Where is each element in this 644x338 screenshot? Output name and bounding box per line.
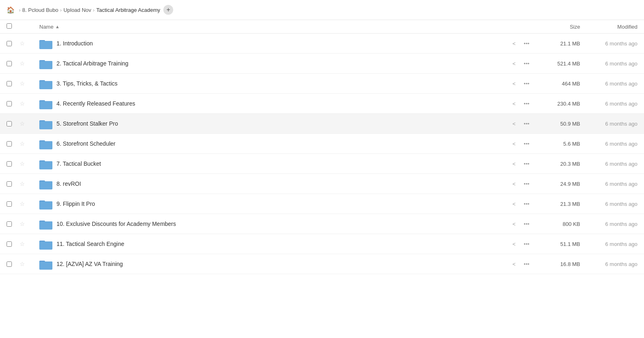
svg-rect-20 (39, 161, 52, 169)
star-icon[interactable]: ☆ (20, 40, 25, 47)
star-icon[interactable]: ☆ (20, 120, 25, 127)
more-options-icon[interactable]: ••• (522, 260, 531, 268)
more-options-icon[interactable]: ••• (522, 180, 531, 188)
star-icon[interactable]: ☆ (20, 160, 25, 167)
table-row[interactable]: ☆ 11. Tactical Search Engine < ••• 51.1 … (0, 234, 644, 254)
share-icon[interactable]: < (511, 80, 517, 88)
star-icon[interactable]: ☆ (20, 201, 25, 207)
row-checkbox-2[interactable] (7, 61, 12, 66)
more-options-icon[interactable]: ••• (522, 80, 531, 88)
svg-rect-11 (39, 101, 52, 108)
table-row[interactable]: ☆ 9. Flippin It Pro < ••• 21.3 MB 6 mont… (0, 194, 644, 214)
share-icon[interactable]: < (511, 140, 517, 148)
size-column-header: Size (531, 24, 580, 30)
star-icon[interactable]: ☆ (20, 180, 25, 187)
svg-rect-5 (39, 61, 52, 68)
row-checkbox-9[interactable] (7, 201, 12, 207)
file-name: 9. Flippin It Pro (56, 201, 95, 207)
share-icon[interactable]: < (511, 200, 517, 208)
share-icon[interactable]: < (511, 260, 517, 268)
table-row[interactable]: ☆ 1. Introduction < ••• 21.1 MB 6 months… (0, 34, 644, 54)
table-row[interactable]: ☆ 5. Storefront Stalker Pro < ••• 50.9 M… (0, 114, 644, 134)
star-icon[interactable]: ☆ (20, 80, 25, 87)
share-icon[interactable]: < (511, 60, 517, 68)
breadcrumb-item-upload[interactable]: Upload Nov (63, 7, 91, 13)
table-row[interactable]: ☆ 10. Exclusive Discounts for Academy Me… (0, 214, 644, 234)
file-name: 3. Tips, Tricks, & Tactics (56, 80, 118, 87)
folder-icon (39, 198, 52, 210)
file-size: 51.1 MB (531, 241, 580, 247)
folder-icon (39, 258, 52, 270)
table-row[interactable]: ☆ 2. Tactical Arbitrage Training < ••• 5… (0, 54, 644, 74)
folder-icon (39, 218, 52, 230)
row-checkbox-5[interactable] (7, 121, 12, 126)
more-options-icon[interactable]: ••• (522, 240, 531, 248)
select-all-checkbox[interactable] (7, 23, 12, 29)
row-checkbox-6[interactable] (7, 141, 12, 146)
folder-icon (39, 118, 52, 129)
share-icon[interactable]: < (511, 240, 517, 248)
file-modified: 6 months ago (580, 161, 637, 167)
table-row[interactable]: ☆ 4. Recently Released Features < ••• 23… (0, 94, 644, 114)
file-modified: 6 months ago (580, 41, 637, 47)
file-name: 2. Tactical Arbitrage Training (56, 60, 129, 67)
share-icon[interactable]: < (511, 100, 517, 108)
file-size: 20.3 MB (531, 161, 580, 167)
row-checkbox-10[interactable] (7, 221, 12, 227)
row-checkbox-1[interactable] (7, 41, 12, 46)
add-button[interactable]: + (163, 5, 173, 15)
more-options-icon[interactable]: ••• (522, 200, 531, 208)
table-header: Name ▲ Size Modified (0, 20, 644, 34)
sort-arrow-icon: ▲ (55, 24, 60, 29)
more-options-icon[interactable]: ••• (522, 100, 531, 108)
row-checkbox-3[interactable] (7, 81, 12, 86)
row-checkbox-7[interactable] (7, 161, 12, 167)
folder-icon (39, 38, 52, 49)
star-icon[interactable]: ☆ (20, 221, 25, 227)
share-icon[interactable]: < (511, 220, 517, 228)
home-icon[interactable]: 🏠 (7, 6, 15, 14)
breadcrumb-item-academy[interactable]: Tactical Arbitrage Academy (96, 7, 160, 13)
more-options-icon[interactable]: ••• (522, 60, 531, 68)
row-checkbox-8[interactable] (7, 181, 12, 187)
table-row[interactable]: ☆ 8. revROI < ••• 24.9 MB 6 months ago (0, 174, 644, 194)
folder-icon (39, 178, 52, 189)
star-icon[interactable]: ☆ (20, 60, 25, 67)
row-checkbox-4[interactable] (7, 101, 12, 106)
table-row[interactable]: ☆ 3. Tips, Tricks, & Tactics < ••• 464 M… (0, 74, 644, 94)
breadcrumb-separator-3: › (93, 7, 95, 13)
share-icon[interactable]: < (511, 160, 517, 168)
more-options-icon[interactable]: ••• (522, 120, 531, 128)
share-icon[interactable]: < (511, 120, 517, 128)
file-list: ☆ 1. Introduction < ••• 21.1 MB 6 months… (0, 34, 644, 274)
star-icon[interactable]: ☆ (20, 140, 25, 147)
file-modified: 6 months ago (580, 181, 637, 187)
share-icon[interactable]: < (511, 180, 517, 188)
file-name: 1. Introduction (56, 40, 93, 47)
row-checkbox-12[interactable] (7, 261, 12, 267)
svg-rect-8 (39, 81, 52, 88)
folder-icon (39, 238, 52, 250)
more-options-icon[interactable]: ••• (522, 160, 531, 168)
breadcrumb-item-pcloud[interactable]: 8. Pcloud Bubo (22, 7, 58, 13)
table-row[interactable]: ☆ 6. Storefront Scheduler < ••• 5.6 MB 6… (0, 134, 644, 154)
star-icon[interactable]: ☆ (20, 241, 25, 247)
name-column-header[interactable]: Name ▲ (39, 24, 490, 30)
file-name: 7. Tactical Bucket (56, 160, 101, 167)
file-modified: 6 months ago (580, 141, 637, 147)
row-checkbox-11[interactable] (7, 241, 12, 247)
file-modified: 6 months ago (580, 241, 637, 247)
folder-icon (39, 138, 52, 149)
more-options-icon[interactable]: ••• (522, 140, 531, 148)
file-size: 16.8 MB (531, 261, 580, 267)
file-modified: 6 months ago (580, 121, 637, 127)
file-size: 50.9 MB (531, 121, 580, 127)
share-icon[interactable]: < (511, 40, 517, 47)
table-row[interactable]: ☆ 7. Tactical Bucket < ••• 20.3 MB 6 mon… (0, 154, 644, 174)
table-row[interactable]: ☆ 12. [AZVA] AZ VA Training < ••• 16.8 M… (0, 254, 644, 274)
star-icon[interactable]: ☆ (20, 261, 25, 267)
star-icon[interactable]: ☆ (20, 100, 25, 107)
more-options-icon[interactable]: ••• (522, 220, 531, 228)
name-column-label: Name (39, 24, 54, 30)
more-options-icon[interactable]: ••• (522, 40, 531, 47)
